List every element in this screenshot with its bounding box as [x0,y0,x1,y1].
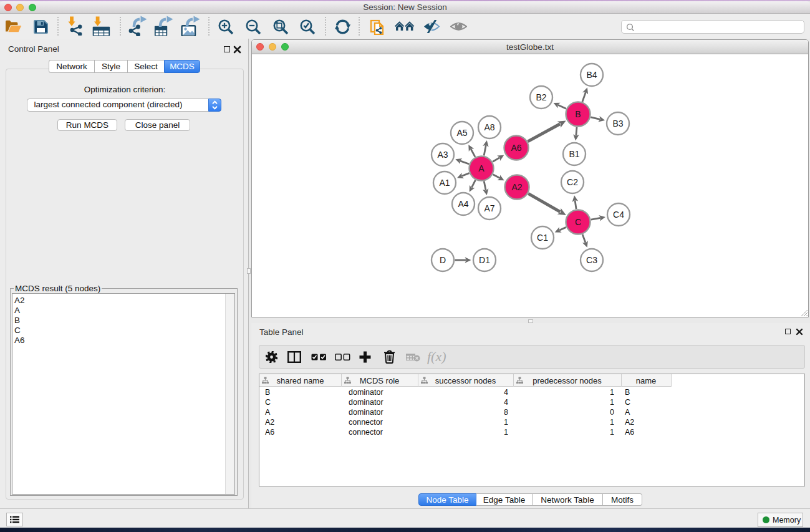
svg-text:A8: A8 [484,122,494,132]
svg-text:B1: B1 [569,149,579,159]
svg-text:A7: A7 [484,203,494,213]
svg-text:C: C [575,217,581,227]
svg-text:C3: C3 [586,255,597,265]
svg-text:A4: A4 [458,199,468,209]
svg-text:B3: B3 [612,118,623,128]
svg-text:A2: A2 [511,182,522,192]
svg-text:B: B [575,109,581,119]
svg-text:C2: C2 [567,177,578,187]
svg-text:B4: B4 [586,70,597,80]
svg-text:A5: A5 [456,128,467,138]
svg-text:B2: B2 [536,92,546,102]
svg-text:C1: C1 [537,233,548,243]
svg-text:A1: A1 [439,178,450,188]
svg-text:D: D [440,255,446,265]
svg-text:A: A [478,163,485,173]
svg-text:A6: A6 [511,143,521,153]
svg-text:C4: C4 [613,210,624,220]
svg-text:D1: D1 [479,255,490,265]
svg-text:A3: A3 [437,150,448,160]
